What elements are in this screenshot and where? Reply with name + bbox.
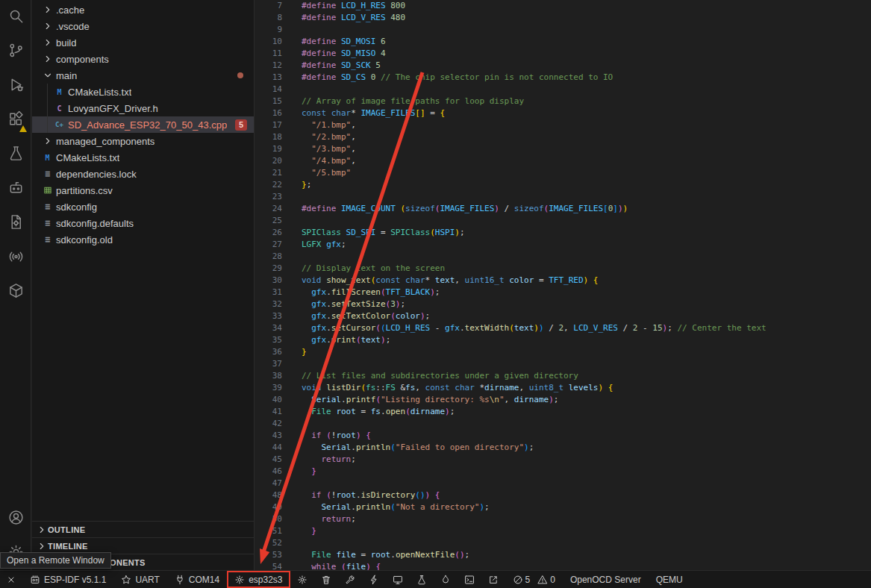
vscode-window: .cache.vscodebuildcomponentsmainMCMakeLi…	[0, 0, 871, 588]
tree-file-sdkconfig-defaults[interactable]: ≡sdkconfig.defaults	[32, 215, 254, 231]
line-number: 20	[255, 155, 282, 167]
tree-file-lovyangfx-driver-h[interactable]: CLovyanGFX_Driver.h	[32, 100, 254, 116]
line-number: 46	[255, 466, 282, 478]
code-line-10: 10#define SD_MOSI 6	[255, 36, 871, 48]
tree-item-label: CMakeLists.txt	[68, 87, 131, 98]
tree-item-label: dependencies.lock	[56, 169, 137, 180]
status-flash-method[interactable]: UART	[113, 571, 166, 588]
tree-file-sd-advance-esp32-70-50-43-cpp[interactable]: C+SD_Advance_ESP32_70_50_43.cpp5	[32, 116, 254, 133]
tree-file-sdkconfig-old[interactable]: ≡sdkconfig.old	[32, 231, 254, 248]
config-file-icon: ≡	[41, 168, 54, 180]
robot-icon	[7, 179, 25, 199]
tree-folder-build[interactable]: build	[32, 34, 254, 51]
line-number: 22	[255, 179, 282, 191]
code-line-37: 37	[255, 358, 871, 370]
chevron-down-icon	[41, 69, 54, 81]
line-number: 31	[255, 287, 282, 298]
code-line-22: 22};	[255, 179, 871, 191]
status-serial-port[interactable]: COM14	[167, 571, 227, 588]
code-line-24: 24#define IMAGE_COUNT (sizeof(IMAGE_FILE…	[255, 203, 871, 215]
status-flash[interactable]	[362, 571, 386, 588]
code-line-19: 19 "/3.bmp",	[255, 143, 871, 155]
build-icon	[345, 575, 355, 585]
status-openocd-server[interactable]: OpenOCD Server	[563, 571, 649, 588]
status-sdk-configuration[interactable]	[290, 571, 314, 588]
line-number: 35	[255, 334, 282, 346]
status-commands[interactable]	[481, 571, 505, 588]
line-number: 42	[255, 418, 282, 430]
activity-bar	[0, 0, 31, 570]
line-number: 37	[255, 358, 282, 370]
status-device-target[interactable]: esp32s3	[227, 571, 290, 588]
status-bar: ESP-IDF v5.1.1UARTCOM14esp32s350OpenOCD …	[0, 570, 871, 588]
code-line-36: 36}	[255, 346, 871, 358]
terminal-icon	[464, 575, 475, 585]
status-problems[interactable]: 50	[505, 571, 563, 588]
status-flash-method-label: UART	[135, 575, 159, 585]
config-file-icon: ≡	[41, 234, 54, 245]
code-editor[interactable]: 7#define LCD_H_RES 8008#define LCD_V_RES…	[255, 0, 871, 570]
activity-robot[interactable]	[0, 172, 31, 206]
activity-source-control[interactable]	[0, 34, 31, 69]
code-line-32: 32 gfx.setTextSize(3);	[255, 298, 871, 310]
tree-item-label: managed_components	[56, 136, 154, 147]
line-number: 30	[255, 275, 282, 287]
code-line-8: 8#define LCD_V_RES 480	[255, 12, 871, 24]
code-line-27: 27LGFX gfx;	[255, 239, 871, 251]
section-timeline[interactable]: TIMELINE	[32, 537, 254, 554]
activity-run-debug[interactable]	[0, 69, 31, 103]
tree-item-label: sdkconfig.defaults	[56, 218, 134, 229]
tree-item-label: sdkconfig	[56, 201, 97, 213]
line-number: 33	[255, 310, 282, 322]
line-number: 17	[255, 119, 282, 131]
config-file-icon: ≡	[41, 217, 54, 229]
full-clean-icon	[321, 575, 331, 585]
warning-badge-icon	[19, 125, 27, 132]
code-line-33: 33 gfx.setTextColor(color);	[255, 310, 871, 322]
status-build[interactable]	[338, 571, 362, 588]
tree-file-cmakelists-txt[interactable]: MCMakeLists.txt	[32, 149, 254, 166]
tree-file-dependencies-lock[interactable]: ≡dependencies.lock	[32, 166, 254, 182]
tree-file-sdkconfig[interactable]: ≡sdkconfig	[32, 198, 254, 215]
activity-antenna[interactable]	[0, 240, 31, 275]
line-number: 11	[255, 48, 282, 60]
activity-testing[interactable]	[0, 137, 31, 172]
tree-folder-cache[interactable]: .cache	[32, 1, 254, 18]
line-number: 53	[255, 549, 282, 561]
tree-folder-main[interactable]: main	[32, 67, 254, 84]
tree-folder-components[interactable]: components	[32, 51, 254, 67]
activity-accounts[interactable]	[0, 501, 31, 536]
tree-file-partitions-csv[interactable]: partitions.csv	[32, 182, 254, 198]
status-build-flash-monitor[interactable]	[434, 571, 458, 588]
status-monitor[interactable]	[386, 571, 410, 588]
warning-icon	[537, 575, 548, 585]
line-number: 25	[255, 215, 282, 227]
esp-idf-icon	[7, 213, 25, 234]
activity-esp-idf[interactable]	[0, 206, 31, 240]
tree-item-label: main	[56, 70, 77, 81]
status-qemu[interactable]: QEMU	[649, 571, 690, 588]
code-line-26: 26SPIClass SD_SPI = SPIClass(HSPI);	[255, 227, 871, 239]
chevron-right-icon	[41, 37, 54, 49]
activity-extensions[interactable]	[0, 103, 31, 137]
tree-folder-managed-components[interactable]: managed_components	[32, 133, 254, 149]
tree-folder-vscode[interactable]: .vscode	[32, 18, 254, 34]
status-esp-idf-version[interactable]: ESP-IDF v5.1.1	[22, 571, 113, 588]
line-number: 40	[255, 394, 282, 406]
code-line-42: 42	[255, 418, 871, 430]
status-full-clean[interactable]	[314, 571, 338, 588]
remote-indicator[interactable]	[0, 571, 22, 588]
code-line-47: 47	[255, 478, 871, 490]
section-outline[interactable]: OUTLINE	[32, 521, 254, 537]
code-line-18: 18 "/2.bmp",	[255, 131, 871, 143]
activity-search[interactable]	[0, 0, 31, 34]
tree-file-cmakelists-txt[interactable]: MCMakeLists.txt	[32, 84, 254, 100]
status-qemu-run[interactable]	[410, 571, 434, 588]
code-line-25: 25	[255, 215, 871, 227]
status-terminal[interactable]	[458, 571, 481, 588]
activity-cube[interactable]	[0, 275, 31, 309]
tree-item-label: build	[56, 37, 76, 49]
code-line-17: 17 "/1.bmp",	[255, 119, 871, 131]
testing-icon	[7, 145, 25, 165]
code-line-49: 49 Serial.println("Not a directory");	[255, 501, 871, 513]
